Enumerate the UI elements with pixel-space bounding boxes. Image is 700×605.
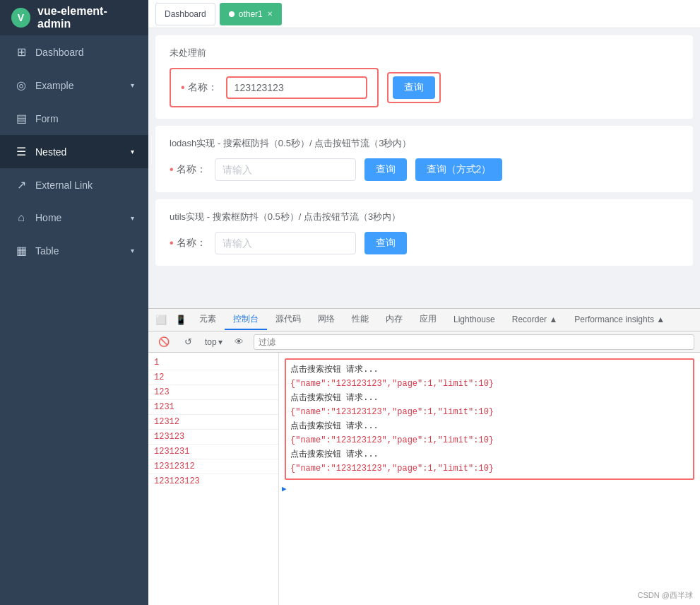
devtools-toolbar: 🚫 ↺ top ▾ 👁 xyxy=(148,331,700,353)
console-left-line: 12312 xyxy=(148,414,278,429)
section-title: lodash实现 - 搜索框防抖（0.5秒）/ 点击按钮节流（3秒内） xyxy=(170,137,679,150)
sidebar-item-table[interactable]: ▦ Table ▾ xyxy=(0,234,148,267)
section-section3: utils实现 - 搜索框防抖（0.5秒）/ 点击按钮节流（3秒内） • 名称：… xyxy=(155,199,693,266)
chevron-down-icon: ▾ xyxy=(218,337,223,347)
tab-label: Dashboard xyxy=(165,9,206,19)
console-line: 点击搜索按钮 请求... xyxy=(290,391,689,405)
btn-query3[interactable]: 查询 xyxy=(364,232,407,254)
form-icon: ▤ xyxy=(14,112,28,125)
form-row: • 名称： 查询查询（方式2） xyxy=(170,158,679,181)
inspect-icon[interactable]: ⬜ xyxy=(151,310,171,330)
name-input[interactable] xyxy=(226,76,367,99)
watermark: CSDN @西半球 xyxy=(638,590,693,601)
devtools-panel: ⬜📱元素控制台源代码网络性能内存应用LighthouseRecorder ▲Pe… xyxy=(148,308,700,605)
devtools-tab-lighthouse[interactable]: Lighthouse xyxy=(445,310,504,330)
tab-dashboard[interactable]: Dashboard xyxy=(155,3,215,25)
console-line: 点击搜索按钮 请求... xyxy=(290,363,689,377)
console-left-line: 123 xyxy=(148,384,278,399)
console-log-section: 点击搜索按钮 请求...{"name":"123123123","page":1… xyxy=(285,358,694,480)
console-line: {"name":"123123123","page":1,"limit":10} xyxy=(290,405,689,419)
devtools-top-selector[interactable]: top ▾ xyxy=(202,336,225,348)
console-content: 1121231231123121231231231231123123121231… xyxy=(148,353,700,605)
btn-query2b[interactable]: 查询（方式2） xyxy=(415,158,503,181)
devtools-tab-recorder[interactable]: Recorder ▲ xyxy=(504,310,566,330)
chevron-icon: ▾ xyxy=(131,148,134,155)
devtools-refresh-icon[interactable]: ↺ xyxy=(178,332,198,352)
form-row: • 名称： 查询 xyxy=(170,232,679,254)
tab-close-icon[interactable]: ✕ xyxy=(267,10,273,18)
page-area: 未处理前 • 名称： 查询 lodash实现 - 搜索框防抖（0.5秒）/ 点击… xyxy=(148,28,700,308)
devtools-tab-network[interactable]: 网络 xyxy=(309,310,343,330)
sidebar-item-external-link[interactable]: ↗ External Link xyxy=(0,168,148,201)
devtools-tabs-bar: ⬜📱元素控制台源代码网络性能内存应用LighthouseRecorder ▲Pe… xyxy=(148,309,700,331)
sidebar-item-nested[interactable]: ☰ Nested ▾ xyxy=(0,135,148,168)
name-input[interactable] xyxy=(215,232,356,254)
console-left-line: 12312312 xyxy=(148,459,278,474)
sidebar-item-label: Form xyxy=(35,113,134,124)
input-highlight-box: • 名称： xyxy=(170,68,379,107)
console-left-line: 123123 xyxy=(148,429,278,444)
tab-dot xyxy=(229,11,235,17)
btn-query2a[interactable]: 查询 xyxy=(364,158,407,181)
console-left-panel: 1121231231123121231231231231123123121231… xyxy=(148,353,279,605)
devtools-ban-icon[interactable]: 🚫 xyxy=(154,332,174,352)
main-content: Dashboardother1✕ 未处理前 • 名称： 查询 lodash实现 … xyxy=(148,0,700,605)
sidebar-logo: V vue-element-admin xyxy=(0,0,148,35)
sidebar-item-dashboard[interactable]: ⊞ Dashboard xyxy=(0,35,148,69)
console-left-line: 12 xyxy=(148,370,278,384)
section-section2: lodash实现 - 搜索框防抖（0.5秒）/ 点击按钮节流（3秒内） • 名称… xyxy=(155,126,693,192)
app-container: V vue-element-admin ⊞ Dashboard ◎ Exampl… xyxy=(0,0,700,605)
form-row: • 名称： 查询 xyxy=(170,68,679,107)
sidebar-item-home[interactable]: ⌂ Home ▾ xyxy=(0,201,148,234)
console-left-line: 1231 xyxy=(148,399,278,414)
sidebar-item-label: Table xyxy=(35,245,124,257)
console-line: 点击搜索按钮 请求... xyxy=(290,447,689,462)
section-title: utils实现 - 搜索框防抖（0.5秒）/ 点击按钮节流（3秒内） xyxy=(170,211,679,223)
sidebar-item-label: Home xyxy=(35,212,124,223)
sidebar-item-label: Example xyxy=(35,80,124,91)
devtools-tab-console[interactable]: 控制台 xyxy=(225,310,267,330)
device-icon[interactable]: 📱 xyxy=(171,310,191,330)
chevron-icon: ▾ xyxy=(131,247,134,254)
devtools-tab-sources[interactable]: 源代码 xyxy=(267,310,309,330)
chevron-icon: ▾ xyxy=(131,81,134,89)
sidebar: V vue-element-admin ⊞ Dashboard ◎ Exampl… xyxy=(0,0,148,605)
example-icon: ◎ xyxy=(14,78,28,92)
logo-text: vue-element-admin xyxy=(37,5,137,30)
btn-highlight-box: 查询 xyxy=(387,72,441,103)
console-left-line: 1231231 xyxy=(148,444,278,459)
top-label: top xyxy=(205,337,217,347)
form-label: • 名称： xyxy=(181,81,218,94)
section-title: 未处理前 xyxy=(170,47,679,59)
devtools-tab-performance[interactable]: 性能 xyxy=(343,310,377,330)
external-link-icon: ↗ xyxy=(14,178,28,192)
devtools-eye-icon[interactable]: 👁 xyxy=(230,332,249,352)
home-icon: ⌂ xyxy=(14,211,28,224)
form-label: • 名称： xyxy=(170,163,206,176)
name-input[interactable] xyxy=(215,158,356,181)
chevron-icon: ▾ xyxy=(131,214,134,222)
sidebar-item-label: External Link xyxy=(35,180,134,191)
console-left-line: 1 xyxy=(148,356,278,370)
devtools-tab-memory[interactable]: 内存 xyxy=(377,310,411,330)
table-icon: ▦ xyxy=(14,244,28,257)
tab-label: other1 xyxy=(239,9,263,19)
btn-query1[interactable]: 查询 xyxy=(393,76,435,99)
sidebar-menu: ⊞ Dashboard ◎ Example ▾ ▤ Form ☰ Nested … xyxy=(0,35,148,605)
console-right-panel: 点击搜索按钮 请求...{"name":"123123123","page":1… xyxy=(279,353,700,605)
sidebar-item-example[interactable]: ◎ Example ▾ xyxy=(0,69,148,102)
console-line: {"name":"123123123","page":1,"limit":10} xyxy=(290,462,689,476)
console-left-line: 123123123 xyxy=(148,474,278,488)
devtools-tab-performance-insights[interactable]: Performance insights ▲ xyxy=(566,310,673,330)
section-section1: 未处理前 • 名称： 查询 xyxy=(155,35,693,119)
sidebar-item-form[interactable]: ▤ Form xyxy=(0,102,148,135)
tabs-bar: Dashboardother1✕ xyxy=(148,0,700,28)
console-prompt-arrow: ▶ xyxy=(279,483,700,495)
form-label: • 名称： xyxy=(170,237,206,249)
devtools-tab-elements[interactable]: 元素 xyxy=(191,310,225,330)
tab-other1[interactable]: other1✕ xyxy=(220,3,282,25)
filter-input[interactable] xyxy=(254,334,694,350)
nested-icon: ☰ xyxy=(14,145,28,158)
dashboard-icon: ⊞ xyxy=(14,45,28,59)
devtools-tab-application[interactable]: 应用 xyxy=(411,310,445,330)
